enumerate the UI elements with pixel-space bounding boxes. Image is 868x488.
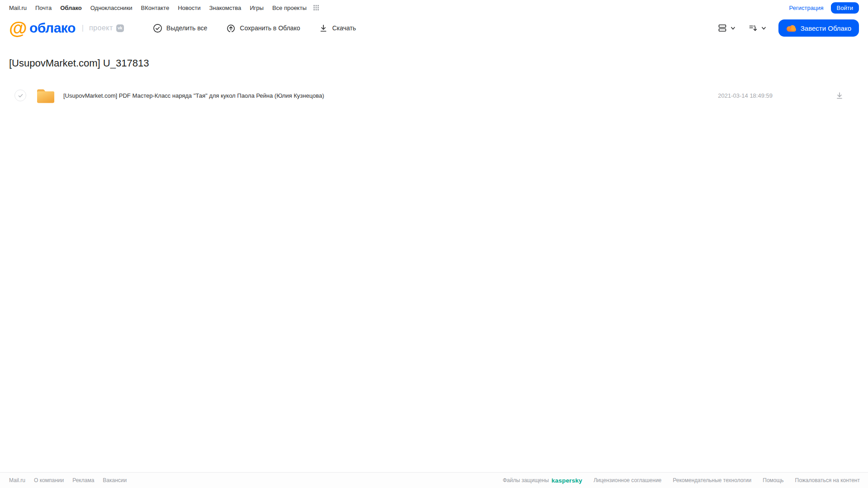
save-to-cloud-button[interactable]: Сохранить в Облако — [226, 24, 300, 33]
apps-grid-icon[interactable] — [313, 4, 320, 11]
select-all-button[interactable]: Выделить все — [153, 24, 208, 33]
folder-icon — [36, 88, 55, 104]
topnav-item-igry[interactable]: Игры — [250, 5, 264, 11]
topnav-item-znakomstva[interactable]: Знакомства — [209, 5, 241, 11]
footer-left-links: Mail.ru О компании Реклама Вакансии — [9, 477, 127, 483]
footer: Mail.ru О компании Реклама Вакансии Файл… — [0, 472, 868, 488]
cloud-upload-icon — [226, 24, 236, 33]
footer-right-links: Файлы защищены kaspersky Лицензионное со… — [503, 477, 860, 484]
download-button[interactable]: Скачать — [319, 24, 356, 33]
sort-icon — [748, 23, 759, 33]
file-row[interactable]: [UsupovMarket.com] PDF Мастер-Класс наря… — [9, 84, 859, 107]
page-title: [UsupovMarket.com] U_317813 — [9, 57, 859, 69]
file-date: 2021-03-14 18:49:59 — [718, 92, 773, 99]
cloud-logo[interactable]: @ облако | проект vk — [9, 19, 124, 38]
toolbar-actions: Выделить все Сохранить в Облако Скач — [153, 24, 375, 33]
chevron-down-icon — [730, 25, 736, 31]
vk-icon: vk — [116, 24, 124, 32]
download-icon — [319, 24, 328, 33]
file-checkbox[interactable] — [14, 90, 26, 101]
topnav-item-vkontakte[interactable]: ВКонтакте — [141, 5, 170, 11]
footer-link-jobs[interactable]: Вакансии — [103, 477, 127, 483]
topnav-item-mailru[interactable]: Mail.ru — [9, 5, 27, 11]
kaspersky-protection: Файлы защищены kaspersky — [503, 477, 582, 484]
topnav-item-oblako[interactable]: Облако — [60, 5, 82, 11]
project-label: проект — [89, 24, 113, 32]
topnav-item-pochta[interactable]: Почта — [35, 5, 52, 11]
footer-link-mailru[interactable]: Mail.ru — [9, 477, 25, 483]
topnav-item-all-projects[interactable]: Все проекты — [272, 5, 307, 11]
mailru-at-icon: @ — [9, 19, 27, 38]
toolbar: @ облако | проект vk Выделить все — [0, 15, 868, 41]
kaspersky-logo[interactable]: kaspersky — [551, 477, 582, 484]
chevron-down-icon — [761, 25, 767, 31]
top-nav-right: Регистрация Войти — [789, 2, 859, 14]
download-label: Скачать — [332, 24, 356, 32]
toolbar-right: Завести Облако — [717, 19, 859, 37]
get-cloud-button[interactable]: Завести Облако — [778, 19, 859, 37]
save-to-cloud-label: Сохранить в Облако — [240, 24, 300, 32]
footer-link-license[interactable]: Лицензионное соглашение — [593, 477, 661, 483]
file-download-icon[interactable] — [835, 91, 844, 100]
orange-cloud-icon — [786, 24, 797, 32]
list-view-icon — [717, 23, 728, 33]
footer-link-about[interactable]: О компании — [34, 477, 64, 483]
logo-separator: | — [82, 24, 84, 32]
footer-link-help[interactable]: Помощь — [763, 477, 783, 483]
sort-dropdown[interactable] — [748, 23, 767, 33]
logo-text: облако — [29, 20, 76, 36]
main-content: [UsupovMarket.com] U_317813 [UsupovMarke… — [0, 57, 868, 107]
check-icon — [18, 93, 24, 99]
footer-link-recommendation-tech[interactable]: Рекомендательные технологии — [673, 477, 752, 483]
registration-link[interactable]: Регистрация — [789, 5, 824, 11]
login-button[interactable]: Войти — [831, 2, 859, 14]
get-cloud-label: Завести Облако — [801, 24, 851, 32]
topnav-item-novosti[interactable]: Новости — [178, 5, 200, 11]
check-circle-icon — [153, 24, 162, 33]
topnav-item-odnoklassniki[interactable]: Одноклассники — [90, 5, 133, 11]
protected-by-label: Файлы защищены — [503, 477, 549, 483]
footer-link-report-content[interactable]: Пожаловаться на контент — [795, 477, 860, 483]
footer-link-ads[interactable]: Реклама — [72, 477, 94, 483]
top-nav: Mail.ru Почта Облако Одноклассники ВКонт… — [0, 0, 868, 15]
view-mode-dropdown[interactable] — [717, 23, 736, 33]
select-all-label: Выделить все — [166, 24, 208, 32]
file-name-link[interactable]: [UsupovMarket.com] PDF Мастер-Класс наря… — [63, 92, 324, 99]
